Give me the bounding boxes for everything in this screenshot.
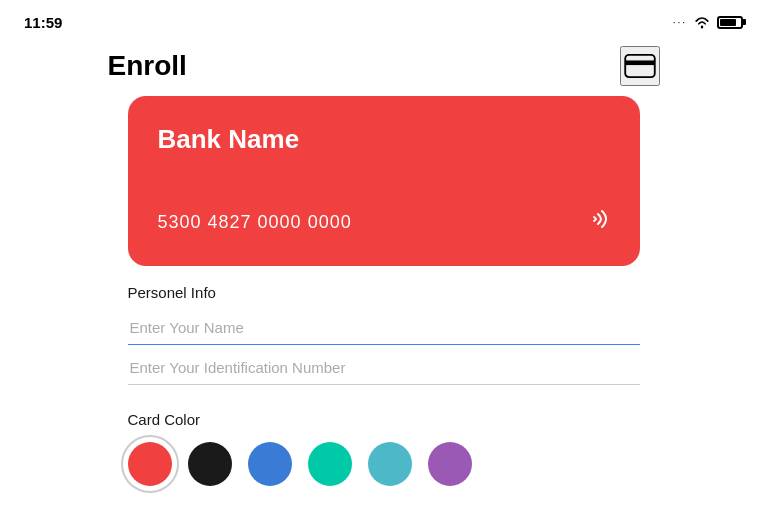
- status-bar: 11:59 ···: [0, 0, 767, 36]
- card-icon: [624, 54, 656, 78]
- status-icons: ···: [673, 15, 743, 29]
- bank-name: Bank Name: [158, 124, 610, 155]
- name-input[interactable]: [128, 311, 640, 345]
- card-icon-button[interactable]: [620, 46, 660, 86]
- page-title: Enroll: [108, 50, 187, 82]
- svg-rect-1: [625, 60, 655, 65]
- wifi-icon: [693, 15, 711, 29]
- svg-rect-0: [625, 55, 655, 77]
- form-section: Personel Info: [104, 284, 664, 391]
- bank-card: Bank Name 5300 4827 0000 0000: [128, 96, 640, 266]
- color-swatch-cyan[interactable]: [368, 442, 412, 486]
- id-number-input[interactable]: [128, 351, 640, 385]
- battery-icon: [717, 16, 743, 29]
- status-time: 11:59: [24, 14, 62, 31]
- nfc-icon: [584, 206, 610, 238]
- personel-info-label: Personel Info: [128, 284, 640, 301]
- color-section: Card Color: [104, 411, 664, 486]
- color-swatch-black[interactable]: [188, 442, 232, 486]
- card-number: 5300 4827 0000 0000: [158, 212, 352, 233]
- color-swatch-purple[interactable]: [428, 442, 472, 486]
- card-container: Bank Name 5300 4827 0000 0000: [104, 96, 664, 266]
- signal-dots-icon: ···: [673, 17, 687, 28]
- color-swatch-red[interactable]: [128, 442, 172, 486]
- card-color-label: Card Color: [128, 411, 640, 428]
- header: Enroll: [84, 36, 684, 96]
- card-bottom: 5300 4827 0000 0000: [158, 206, 610, 238]
- color-options: [128, 442, 640, 486]
- color-swatch-teal[interactable]: [308, 442, 352, 486]
- color-swatch-blue[interactable]: [248, 442, 292, 486]
